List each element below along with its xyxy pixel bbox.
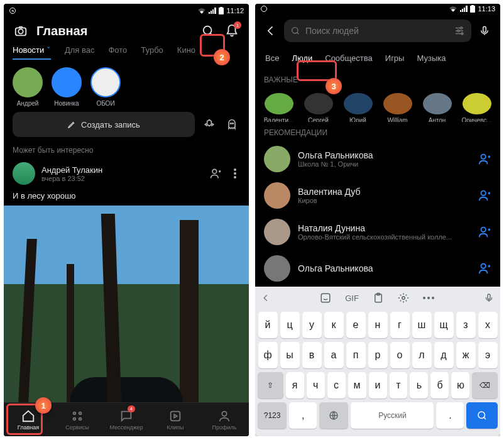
feed-tab[interactable]: Кино (177, 45, 195, 60)
key[interactable]: д (434, 342, 454, 368)
rec-item[interactable]: Валентина ДубКиров (255, 177, 500, 214)
app-indicator-icon (9, 7, 16, 14)
key[interactable]: к (324, 312, 344, 338)
search-tab[interactable]: Игры (384, 51, 406, 67)
feed-tab[interactable]: Турбо (141, 45, 163, 60)
search-tab[interactable]: Сообщества (324, 51, 374, 67)
dice-icon[interactable] (201, 116, 217, 133)
key[interactable]: е (346, 312, 366, 338)
key[interactable]: н (368, 312, 388, 338)
more-icon[interactable] (230, 165, 240, 182)
rec-item[interactable]: Наталия ДунинаОрлово-Вятский сельскохозя… (255, 214, 500, 250)
feed-tab[interactable]: Фото (108, 45, 127, 60)
key[interactable]: а (324, 342, 344, 368)
key-shift[interactable]: ⇧ (258, 372, 283, 399)
add-friend-icon[interactable] (478, 225, 491, 239)
compose-button[interactable]: Создать запись (13, 112, 195, 137)
mic-icon[interactable] (476, 23, 493, 39)
key[interactable]: м (348, 372, 366, 399)
svg-point-13 (79, 412, 82, 414)
chevron-left-icon[interactable] (261, 294, 270, 302)
key[interactable]: э (478, 342, 498, 368)
key[interactable]: у (302, 312, 322, 338)
settings-icon[interactable] (398, 292, 409, 304)
key-dot[interactable]: . (436, 402, 464, 429)
person-item[interactable]: Сергей (301, 93, 336, 122)
nav-profile[interactable]: Профиль (200, 403, 249, 436)
post-header[interactable]: Андрей Тулакин вчера в 23:52 (4, 158, 249, 189)
search-tab[interactable]: Люди (290, 51, 314, 67)
mic-icon[interactable] (484, 293, 494, 303)
key-numbers[interactable]: ?123 (258, 402, 287, 429)
gif-label[interactable]: GIF (345, 294, 359, 303)
key[interactable]: ь (410, 372, 428, 399)
key[interactable]: щ (434, 312, 454, 338)
key[interactable]: ж (456, 342, 476, 368)
person-item[interactable]: Антон (420, 93, 454, 122)
nav-msg[interactable]: Мессенджер4 (102, 403, 151, 436)
rec-item[interactable]: Ольга РальниковаШкола № 1, Оричи (255, 141, 500, 177)
key[interactable]: з (456, 312, 476, 338)
story-item[interactable]: Новинка (52, 67, 82, 107)
battery-icon (219, 7, 224, 14)
key-space[interactable]: Русский (351, 402, 434, 429)
key-globe[interactable] (319, 402, 348, 429)
more-icon[interactable] (423, 297, 434, 299)
feed-tab[interactable]: Для вас (65, 45, 95, 60)
key[interactable]: о (390, 342, 410, 368)
svg-point-28 (481, 228, 486, 232)
key[interactable]: ю (451, 372, 469, 399)
clipboard-icon[interactable] (373, 292, 384, 304)
key[interactable]: х (478, 312, 498, 338)
svg-point-39 (478, 412, 485, 419)
sticker-icon[interactable] (320, 292, 331, 304)
person-item[interactable]: Юрий (341, 93, 375, 122)
story-item[interactable]: Андрей (13, 67, 43, 107)
key[interactable]: р (368, 342, 388, 368)
add-friend-icon[interactable] (478, 189, 491, 202)
search-input[interactable]: Поиск людей (284, 19, 471, 42)
key[interactable]: ф (258, 342, 278, 368)
person-item[interactable]: Оричевс... (459, 93, 494, 122)
search-tab[interactable]: Музыка (415, 51, 447, 67)
key[interactable]: т (390, 372, 408, 399)
search-icon[interactable] (200, 23, 216, 39)
key[interactable]: и (369, 372, 387, 399)
svg-rect-19 (470, 6, 475, 13)
key[interactable]: с (327, 372, 346, 399)
key[interactable]: г (390, 312, 410, 338)
app-indicator-icon (260, 5, 268, 13)
camera-icon[interactable] (13, 23, 29, 39)
post-image[interactable] (4, 206, 249, 402)
story-item[interactable]: ОБОИ (90, 67, 121, 107)
ghost-icon[interactable] (224, 116, 240, 133)
nav-grid[interactable]: Сервисы (53, 403, 102, 436)
bell-icon[interactable]: 1 (224, 23, 240, 39)
feed-tab[interactable]: Новости ˅ (13, 45, 51, 60)
key[interactable]: б (430, 372, 449, 399)
key-search[interactable] (466, 402, 498, 429)
post-author: Андрей Тулакин (41, 165, 201, 175)
add-friend-icon[interactable] (478, 261, 491, 275)
svg-point-6 (231, 123, 232, 124)
person-item[interactable]: William (380, 93, 415, 122)
key[interactable]: ч (307, 372, 325, 399)
key[interactable]: ы (280, 342, 300, 368)
add-friend-icon[interactable] (207, 165, 224, 182)
sliders-icon[interactable] (454, 25, 465, 36)
person-item[interactable]: Валенти... (261, 93, 296, 122)
key[interactable]: я (286, 372, 304, 399)
key[interactable]: л (412, 342, 432, 368)
rec-item[interactable]: Ольга Ральникова (255, 250, 500, 287)
add-friend-icon[interactable] (478, 152, 491, 166)
key[interactable]: в (302, 342, 322, 368)
key-backspace[interactable]: ⌫ (472, 372, 498, 399)
key[interactable]: п (346, 342, 366, 368)
back-icon[interactable] (263, 23, 279, 39)
search-tab[interactable]: Все (264, 51, 280, 67)
nav-clips[interactable]: Клипы (151, 403, 200, 436)
key[interactable]: ц (280, 312, 300, 338)
key-comma[interactable]: , (289, 402, 317, 429)
key[interactable]: й (258, 312, 278, 338)
key[interactable]: ш (412, 312, 432, 338)
